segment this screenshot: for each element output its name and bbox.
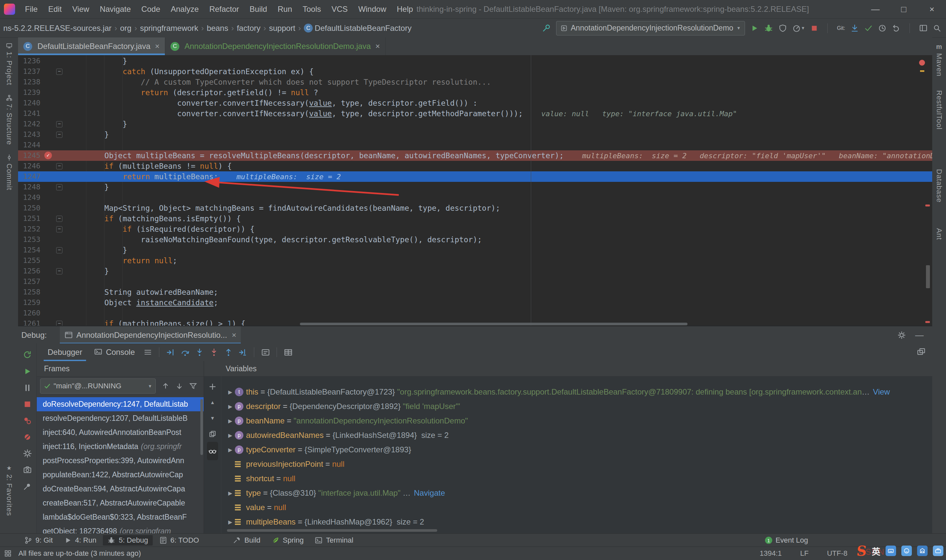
rerun-icon[interactable] [23,347,32,363]
close-icon[interactable]: × [376,42,380,51]
menu-navigate[interactable]: Navigate [95,0,136,18]
stripe-item-maven[interactable]: mMaven [932,43,946,77]
frame-row[interactable]: doResolveDependency:1247, DefaultListab [37,397,203,411]
code-text[interactable]: converter.convertIfNecessary(value, type… [68,98,477,108]
fold-marker[interactable]: − [56,132,62,138]
line-number[interactable]: 1236 [19,56,40,66]
link-navigate[interactable]: Navigate [414,488,445,498]
settings-gear-icon[interactable] [897,331,906,339]
expand-arrow-icon[interactable]: ▶ [226,418,235,424]
stripe-item-project[interactable]: 1: Project [5,42,14,85]
expand-arrow-icon[interactable]: ▶ [226,432,235,438]
step-into-icon[interactable] [192,348,206,357]
menu-window[interactable]: Window [353,0,391,18]
menu-refactor[interactable]: Refactor [204,0,244,18]
settings-gear-icon[interactable] [23,445,32,462]
breadcrumb-item-class[interactable]: CDefaultListableBeanFactory [304,24,411,33]
code-text[interactable]: if (multipleBeans != null) { [68,161,232,171]
stripe-item-restfultool[interactable]: RestfulTool [932,90,946,130]
pause-icon[interactable] [23,380,32,396]
breakpoint-icon[interactable]: ✓ [44,152,52,159]
intellij-logo-icon[interactable] [4,4,15,15]
stripe-item-database[interactable]: Database [932,169,946,203]
debug-session-tab[interactable]: AnnotationDependencyInjectionResolutio..… [60,326,241,344]
toolwindow-terminal[interactable]: Terminal [310,535,358,546]
close-icon[interactable]: × [155,42,160,51]
variable-row[interactable]: ▶pautowiredBeanNames = {LinkedHashSet@18… [221,428,932,443]
variable-row[interactable]: previousInjectionPoint = null [221,457,932,471]
code-text[interactable]: } [68,266,109,276]
line-number[interactable]: 1253 [19,234,40,245]
variable-row[interactable]: ▶multipleBeans = {LinkedHashMap@1962} si… [221,515,932,529]
toolwindow-run[interactable]: 4: Run [59,535,101,546]
toolwindow-todo[interactable]: 6: TODO [155,535,203,546]
expand-arrow-icon[interactable]: ▶ [226,389,235,395]
code-text[interactable]: } [68,119,127,129]
view-breakpoints-icon[interactable] [23,412,32,429]
show-watches-icon[interactable] [207,442,218,460]
expand-arrow-icon[interactable]: ▶ [226,519,235,525]
frame-row[interactable]: populateBean:1422, AbstractAutowireCap [37,468,203,482]
evaluate-expression-icon[interactable] [258,348,273,357]
ime-language-indicator[interactable]: 英 [872,545,880,557]
code-text[interactable]: if (matchingBeans.size() > 1) { [68,318,245,326]
code-text[interactable]: Map<String, Object> matchingBeans = find… [68,203,500,213]
tab-AnnotationDependencyInjectionResolutionDemo.java[interactable]: CAnnotationDependencyInjectionResolution… [165,37,386,55]
inspection-indicator-icon[interactable] [919,60,925,66]
toolwindow-build[interactable]: Build [229,535,265,546]
toolwindow-spring[interactable]: Spring [267,535,308,546]
frame-row[interactable]: createBean:517, AbstractAutowireCapable [37,496,203,510]
line-number[interactable]: 1242 [19,119,40,129]
line-number[interactable]: 1245 [19,150,40,161]
expand-arrow-icon[interactable]: ▶ [226,447,235,453]
variable-row[interactable]: shortcut = null [221,471,932,486]
fold-marker[interactable]: − [56,121,62,128]
expand-arrow-icon[interactable]: ▶ [226,490,235,496]
code-text[interactable]: converter.convertIfNecessary(value, type… [68,108,737,119]
rollback-icon[interactable] [892,24,900,32]
debug-button[interactable] [764,24,773,33]
search-everywhere-icon[interactable] [933,24,941,32]
line-number[interactable]: 1239 [19,87,40,98]
sogou-logo-icon[interactable]: S [856,543,867,559]
code-text[interactable]: } [68,245,127,255]
history-icon[interactable] [878,24,887,32]
mute-breakpoints-icon[interactable] [23,429,32,445]
variable-row[interactable]: ▶type = {Class@310} "interface java.util… [221,486,932,500]
force-step-into-icon[interactable] [206,348,221,357]
scroll-up-icon[interactable]: ▲ [210,395,215,410]
show-execution-point-icon[interactable] [163,348,178,357]
line-number[interactable]: 1257 [19,276,40,287]
line-number[interactable]: 1258 [19,287,40,297]
menu-file[interactable]: File [20,0,43,18]
line-number[interactable]: 1243 [19,129,40,140]
git-commit-icon[interactable] [864,24,873,32]
minimize-button[interactable]: — [861,0,889,18]
variable-row[interactable]: ▶pbeanName = "annotationDependencyInject… [221,414,932,428]
variable-row[interactable]: ▶pdescriptor = {DependencyDescriptor@189… [221,399,932,414]
tab-console[interactable]: Console [88,343,140,361]
git-update-icon[interactable] [850,24,859,32]
fold-marker[interactable]: − [56,184,62,191]
menu-help[interactable]: Help [391,0,418,18]
stripe-item-commit[interactable]: Commit [5,154,14,191]
stop-icon[interactable] [23,396,32,412]
toolwindow-debug[interactable]: 5: Debug [103,535,153,546]
step-out-icon[interactable] [221,348,236,357]
frame-row[interactable]: getObject: 182736498(org.springfram [37,524,203,534]
stripe-item-ant[interactable]: Ant [932,228,946,240]
fold-marker[interactable]: − [56,69,62,75]
run-config-selector[interactable]: AnnotationDependencyInjectionResolutionD… [556,21,745,35]
ime-emoji-icon[interactable] [901,546,912,556]
code-text[interactable]: if (matchingBeans.isEmpty()) { [68,213,241,224]
line-number[interactable]: 1259 [19,297,40,308]
variable-row[interactable]: ▶ptypeConverter = {SimpleTypeConverter@1… [221,443,932,457]
frame-row[interactable]: resolveDependency:1207, DefaultListableB [37,411,203,425]
step-over-icon[interactable] [178,348,192,357]
line-number[interactable]: 1244 [19,140,40,150]
expand-arrow-icon[interactable]: ▶ [226,403,235,410]
line-number[interactable]: 1251 [19,213,40,224]
menu-view[interactable]: View [67,0,95,18]
run-button[interactable] [750,24,759,32]
scroll-down-icon[interactable]: ▼ [210,410,215,426]
